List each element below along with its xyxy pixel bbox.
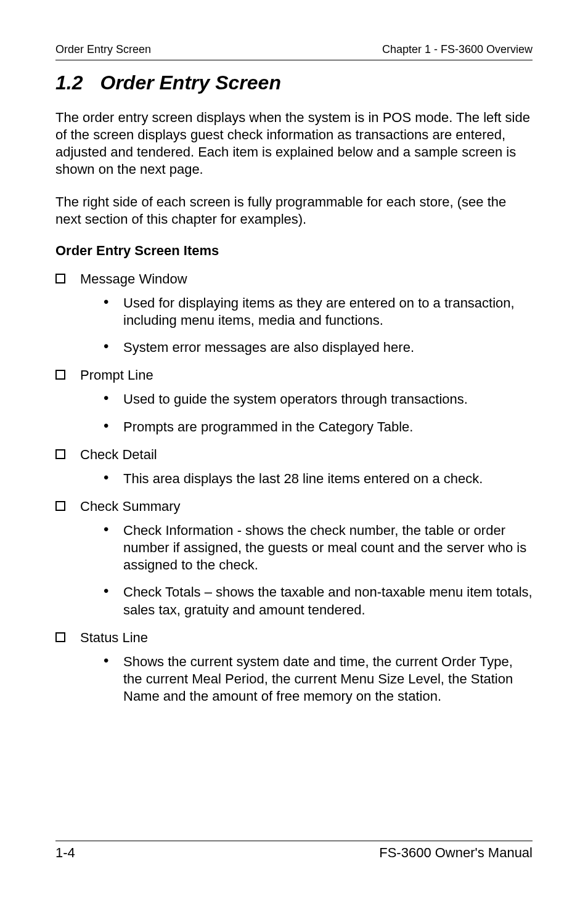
sublist: Check Information - shows the check numb… xyxy=(80,522,533,619)
sublist: Used to guide the system operators throu… xyxy=(80,391,533,435)
item-label: Message Window xyxy=(80,271,533,287)
square-bullet-icon xyxy=(55,370,65,380)
item-label: Check Summary xyxy=(80,499,533,515)
section-title: 1.2 Order Entry Screen xyxy=(55,71,533,94)
list-item: Used for displaying items as they are en… xyxy=(100,295,533,329)
intro-paragraph-2: The right side of each screen is fully p… xyxy=(55,194,533,228)
list-item: Check Detail This area displays the last… xyxy=(55,447,533,487)
list-item: Check Information - shows the check numb… xyxy=(100,522,533,574)
list-item: Prompt Line Used to guide the system ope… xyxy=(55,367,533,435)
square-bullet-icon xyxy=(55,449,65,459)
sublist: Shows the current system date and time, … xyxy=(80,653,533,705)
square-bullet-icon xyxy=(55,501,65,511)
section-heading: Order Entry Screen xyxy=(100,71,280,94)
list-item: Status Line Shows the current system dat… xyxy=(55,630,533,705)
square-bullet-icon xyxy=(55,274,65,283)
list-item: Message Window Used for displaying items… xyxy=(55,271,533,356)
item-label: Status Line xyxy=(80,630,533,646)
sublist: This area displays the last 28 line item… xyxy=(80,470,533,487)
subsection-heading: Order Entry Screen Items xyxy=(55,243,533,259)
list-item: System error messages are also displayed… xyxy=(100,339,533,356)
intro-paragraph-1: The order entry screen displays when the… xyxy=(55,109,533,179)
square-bullet-icon xyxy=(55,632,65,642)
list-item: Check Summary Check Information - shows … xyxy=(55,499,533,619)
item-label: Check Detail xyxy=(80,447,533,463)
list-item: Check Totals – shows the taxable and non… xyxy=(100,584,533,618)
list-item: Prompts are programmed in the Category T… xyxy=(100,418,533,436)
items-list: Message Window Used for displaying items… xyxy=(55,271,533,705)
page-footer: 1-4 FS-3600 Owner's Manual xyxy=(55,841,533,861)
header-left: Order Entry Screen xyxy=(55,43,151,56)
list-item: Used to guide the system operators throu… xyxy=(100,391,533,408)
item-label: Prompt Line xyxy=(80,367,533,383)
header-right: Chapter 1 - FS-3600 Overview xyxy=(382,43,533,56)
list-item: Shows the current system date and time, … xyxy=(100,653,533,705)
footer-manual-title: FS-3600 Owner's Manual xyxy=(379,845,533,861)
running-header: Order Entry Screen Chapter 1 - FS-3600 O… xyxy=(55,43,533,60)
footer-page-number: 1-4 xyxy=(55,845,75,861)
list-item: This area displays the last 28 line item… xyxy=(100,470,533,487)
document-page: Order Entry Screen Chapter 1 - FS-3600 O… xyxy=(0,0,588,909)
section-number: 1.2 xyxy=(55,71,83,94)
sublist: Used for displaying items as they are en… xyxy=(80,295,533,356)
